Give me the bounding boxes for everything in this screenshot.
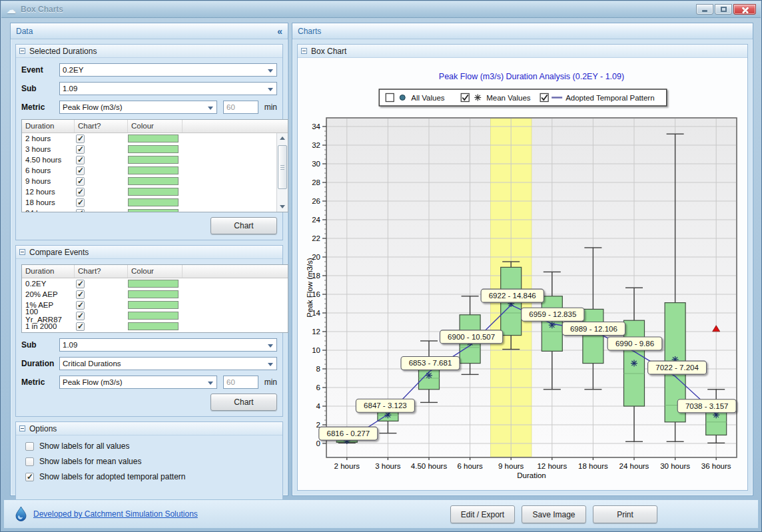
colour-swatch[interactable]: [128, 290, 179, 298]
asterisk-icon: [474, 95, 481, 101]
colour-swatch[interactable]: [128, 198, 179, 206]
chart-button-compare[interactable]: Chart: [210, 394, 277, 411]
x-tick-label: 9 hours: [498, 462, 524, 470]
scroll-down-icon[interactable]: [280, 205, 285, 208]
close-button[interactable]: [733, 4, 756, 15]
table-row[interactable]: 18 hours: [22, 197, 288, 208]
option-label: Show labels for mean values: [39, 457, 141, 466]
compare-sub-select[interactable]: 1.09: [59, 338, 277, 352]
chart-button-durations[interactable]: Chart: [210, 217, 277, 234]
option-checkbox[interactable]: [25, 457, 34, 466]
interval-input[interactable]: 60: [223, 101, 258, 114]
legend-checkbox[interactable]: [386, 94, 394, 102]
x-tick-label: 24 hours: [619, 462, 649, 470]
charts-panel-title: Charts: [298, 27, 321, 36]
chevron-down-icon: [268, 88, 273, 91]
row-checkbox[interactable]: [76, 134, 85, 143]
table-row[interactable]: 0.2EY: [22, 278, 288, 289]
row-checkbox[interactable]: [76, 280, 85, 288]
save-image-button[interactable]: Save Image: [522, 505, 586, 523]
scroll-up-icon[interactable]: [280, 136, 285, 140]
table-row[interactable]: 4.50 hours: [22, 154, 288, 165]
option-checkbox[interactable]: [25, 473, 34, 481]
table-row[interactable]: 12 hours: [22, 186, 288, 197]
scrollbar-thumb[interactable]: [278, 145, 287, 189]
row-checkbox[interactable]: [76, 290, 85, 299]
edit-export-button[interactable]: Edit / Export: [450, 505, 515, 523]
table-row[interactable]: 100 Yr_ARR87: [22, 310, 288, 321]
colour-swatch[interactable]: [128, 134, 179, 142]
sub-select[interactable]: 1.09: [59, 82, 277, 95]
legend-label: Adopted Temporal Pattern: [566, 94, 654, 102]
option-label: Show labels for all values: [39, 441, 129, 451]
point-label: 7038 - 3.157: [677, 399, 736, 413]
row-checkbox[interactable]: [76, 198, 85, 207]
point-label: 6990 - 9.86: [607, 337, 662, 350]
colour-swatch[interactable]: [128, 166, 179, 174]
duration-select[interactable]: Critical Durations: [59, 357, 277, 370]
collapse-group-icon[interactable]: [301, 48, 307, 54]
point-label: 7022 - 7.204: [648, 361, 707, 374]
print-button[interactable]: Print: [593, 505, 657, 523]
point-label: 6989 - 12.106: [562, 322, 625, 336]
row-checkbox[interactable]: [76, 312, 85, 320]
collapse-group-icon[interactable]: [19, 249, 25, 255]
colour-swatch[interactable]: [128, 209, 179, 212]
selected-durations-title: Selected Durations: [29, 47, 97, 56]
row-label: 0.2EY: [22, 280, 75, 288]
restore-button[interactable]: [715, 4, 732, 15]
compare-events-header: Compare Events: [16, 246, 282, 259]
colour-swatch[interactable]: [128, 322, 179, 330]
y-axis-label: Peak Flow (m3/s): [306, 258, 314, 318]
row-checkbox[interactable]: [76, 209, 85, 213]
collapse-group-icon[interactable]: [19, 48, 25, 54]
row-checkbox[interactable]: [76, 322, 85, 331]
colour-swatch[interactable]: [128, 280, 179, 288]
charts-panel: Charts Box Chart Peak Flow (m3/s) Durati…: [292, 23, 753, 496]
table-row[interactable]: 9 hours: [22, 176, 288, 186]
y-tick-label: 24: [312, 216, 320, 224]
compare-interval-input[interactable]: 60: [223, 376, 258, 389]
interval-unit-label: min: [264, 378, 277, 387]
x-tick-label: 12 hours: [537, 462, 567, 470]
row-checkbox[interactable]: [76, 301, 85, 310]
collapse-panel-button[interactable]: «: [277, 27, 282, 36]
collapse-group-icon[interactable]: [19, 425, 25, 431]
table-row[interactable]: 24 hours: [22, 208, 288, 212]
svg-text:6816 - 0.277: 6816 - 0.277: [327, 429, 370, 437]
minimize-button[interactable]: [696, 4, 713, 15]
selected-durations-header: Selected Durations: [16, 45, 282, 58]
x-tick-label: 30 hours: [660, 462, 690, 470]
column-header: Colour: [128, 265, 183, 278]
row-checkbox[interactable]: [76, 156, 85, 164]
row-checkbox[interactable]: [76, 188, 85, 196]
legend-label: Mean Values: [486, 94, 531, 102]
colour-swatch[interactable]: [128, 145, 179, 153]
table-scrollbar[interactable]: [276, 133, 288, 212]
row-checkbox[interactable]: [76, 166, 85, 175]
metric-select[interactable]: Peak Flow (m3/s): [59, 101, 217, 114]
column-header: Colour: [128, 120, 183, 133]
compare-events-group: Compare Events DurationChart?Colour 0.2E…: [15, 245, 283, 417]
table-row[interactable]: 20% AEP: [22, 289, 288, 300]
colour-swatch[interactable]: [128, 156, 179, 164]
colour-swatch[interactable]: [128, 301, 179, 309]
table-row[interactable]: 2 hours: [22, 133, 288, 144]
colour-swatch[interactable]: [128, 177, 179, 185]
table-row[interactable]: 1 in 2000: [22, 321, 288, 332]
option-row: Show labels for adopted temporal pattern: [25, 472, 282, 481]
table-row[interactable]: 6 hours: [22, 165, 288, 176]
colour-swatch[interactable]: [128, 312, 179, 320]
colour-swatch[interactable]: [128, 188, 179, 196]
developer-link[interactable]: Developed by Catchment Simulation Soluti…: [33, 509, 198, 519]
table-row[interactable]: 3 hours: [22, 144, 288, 154]
compare-metric-select[interactable]: Peak Flow (m3/s): [59, 376, 217, 389]
data-panel: Data « Selected Durations Event 0.2EY Su…: [10, 23, 288, 496]
row-checkbox[interactable]: [76, 145, 85, 154]
row-checkbox[interactable]: [76, 177, 85, 186]
option-checkbox[interactable]: [25, 442, 34, 451]
event-select[interactable]: 0.2EY: [59, 63, 277, 77]
svg-text:6847 - 3.123: 6847 - 3.123: [364, 401, 407, 409]
x-tick-label: 6 hours: [457, 462, 483, 470]
box-chart-group: Box Chart Peak Flow (m3/s) Duration Anal…: [297, 44, 748, 491]
